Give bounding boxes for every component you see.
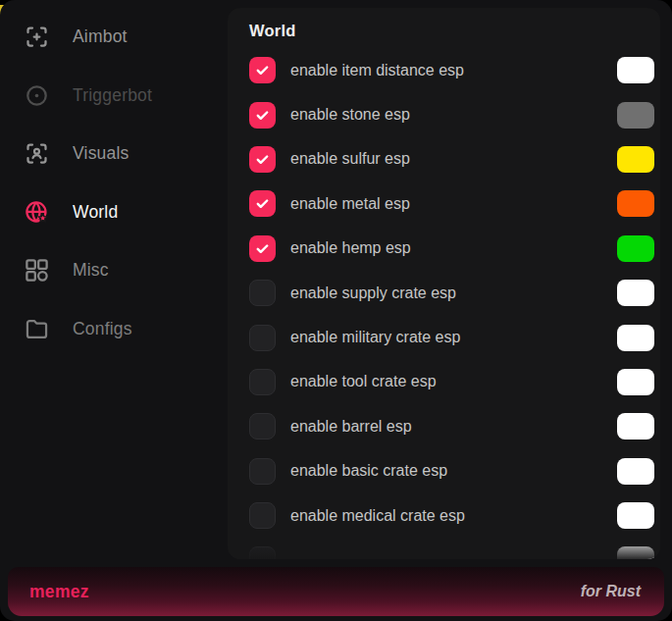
- setting-label: enable barrel esp: [290, 418, 617, 436]
- setting-row: enable medical crate esp: [228, 493, 660, 538]
- panel-title: World: [249, 22, 660, 40]
- sidebar-item-label: Configs: [73, 319, 132, 339]
- checkbox-unchecked[interactable]: [249, 413, 276, 440]
- triggerbot-icon: [24, 82, 50, 109]
- sidebar-item-label: Aimbot: [73, 26, 128, 47]
- checkbox-unchecked[interactable]: [249, 502, 276, 529]
- setting-row: enable tool crate esp: [228, 360, 660, 404]
- sidebar-item-visuals[interactable]: Visuals: [0, 125, 228, 183]
- checkbox-unchecked[interactable]: [249, 325, 276, 351]
- setting-row: enable supply crate esp: [228, 271, 660, 315]
- setting-label: enable sulfur esp: [290, 150, 617, 168]
- checkbox-unchecked[interactable]: [249, 458, 276, 485]
- color-swatch[interactable]: [617, 190, 654, 217]
- setting-label: enable item distance esp: [290, 62, 617, 79]
- color-swatch[interactable]: [617, 325, 654, 351]
- setting-label: enable military crate esp: [290, 329, 617, 346]
- color-swatch[interactable]: [617, 102, 654, 129]
- checkbox-unchecked[interactable]: [249, 369, 276, 395]
- setting-row: enable hemp esp: [228, 227, 660, 271]
- tagline-label: for Rust: [581, 583, 641, 600]
- checkbox-checked[interactable]: [249, 190, 276, 217]
- setting-label: enable metal esp: [290, 195, 617, 213]
- setting-label: enable tool crate esp: [290, 373, 617, 390]
- color-swatch[interactable]: [617, 458, 654, 485]
- sidebar-nav: AimbotTriggerbotVisualsWorldMiscConfigs: [0, 8, 228, 358]
- color-swatch[interactable]: [617, 369, 654, 395]
- checkbox-checked[interactable]: [249, 57, 276, 83]
- setting-label: enable medical crate esp: [290, 507, 617, 525]
- sidebar-item-aimbot[interactable]: Aimbot: [0, 8, 228, 67]
- color-swatch[interactable]: [617, 57, 654, 83]
- sidebar-item-configs[interactable]: Configs: [0, 300, 228, 359]
- checkbox-checked[interactable]: [249, 102, 276, 129]
- world-icon: [24, 199, 50, 226]
- setting-label: enable stone esp: [290, 106, 617, 124]
- sidebar-item-label: Misc: [73, 260, 109, 281]
- setting-label: enable supply crate esp: [290, 285, 617, 302]
- setting-row: enable item distance esp: [228, 48, 660, 92]
- checkbox-unchecked[interactable]: [249, 546, 276, 559]
- misc-icon: [24, 257, 50, 284]
- sidebar-item-label: Triggerbot: [73, 85, 152, 106]
- sidebar-item-misc[interactable]: Misc: [0, 241, 228, 300]
- sidebar-item-label: World: [73, 202, 118, 223]
- brand-label: memez: [29, 582, 89, 602]
- setting-label: enable hemp esp: [290, 239, 617, 257]
- color-swatch[interactable]: [617, 502, 654, 529]
- color-swatch[interactable]: [617, 413, 654, 440]
- checkbox-checked[interactable]: [249, 146, 276, 173]
- setting-row: enable barrel esp: [228, 404, 660, 448]
- setting-row: enable sulfur esp: [228, 137, 660, 181]
- color-swatch[interactable]: [617, 280, 654, 306]
- cheat-menu-window: AimbotTriggerbotVisualsWorldMiscConfigs …: [0, 0, 672, 621]
- setting-label: enable basic crate esp: [290, 462, 617, 480]
- checkbox-checked[interactable]: [249, 235, 276, 262]
- setting-row: enable stone esp: [228, 92, 660, 136]
- configs-icon: [24, 316, 50, 342]
- color-swatch[interactable]: [617, 235, 654, 262]
- setting-row: enable basic crate esp: [228, 449, 660, 493]
- visuals-icon: [24, 140, 50, 167]
- world-settings-panel: World enable item distance espenable sto…: [228, 8, 660, 559]
- setting-row: [228, 538, 660, 559]
- checkbox-unchecked[interactable]: [249, 280, 276, 306]
- setting-row: enable military crate esp: [228, 315, 660, 359]
- aimbot-icon: [24, 24, 50, 50]
- footer-bar: memez for Rust: [8, 567, 664, 616]
- sidebar-item-triggerbot[interactable]: Triggerbot: [0, 67, 228, 126]
- color-swatch[interactable]: [617, 546, 654, 559]
- sidebar-item-world[interactable]: World: [0, 183, 228, 242]
- sidebar-item-label: Visuals: [73, 143, 129, 164]
- setting-row: enable metal esp: [228, 181, 660, 226]
- color-swatch[interactable]: [617, 146, 654, 173]
- settings-rows: enable item distance espenable stone esp…: [228, 48, 660, 559]
